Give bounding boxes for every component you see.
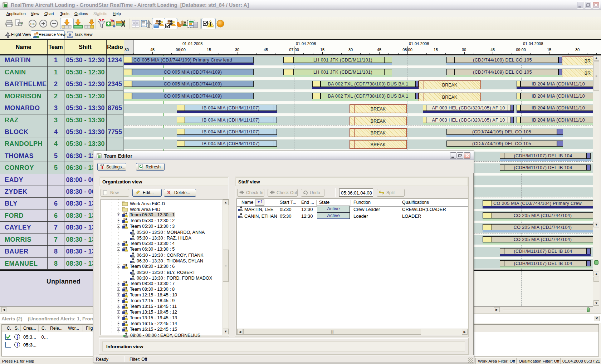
- svg-text:100: 100: [30, 22, 35, 26]
